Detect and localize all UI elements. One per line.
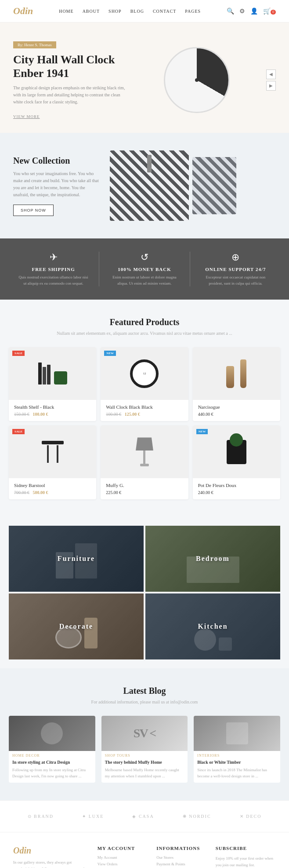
blog-card[interactable]: INTERIORS Black or White Timber Since it…: [194, 716, 280, 783]
partner-logo: ⊙ BRAND: [28, 814, 54, 819]
product-image: NEW 12: [101, 347, 188, 400]
price-only: 440.00 €: [198, 412, 213, 417]
blog-post-desc: Following up from my In store styling at…: [12, 767, 92, 779]
product-prices: 150.00 € 100.00 €: [14, 412, 91, 417]
blog-card[interactable]: HOME DECOR In store styling at Citra Des…: [9, 716, 95, 783]
product-name: Muffy G.: [106, 483, 183, 488]
product-card[interactable]: Muffy G. 225.00 €: [101, 425, 188, 499]
price-only: 240.00 €: [198, 490, 213, 495]
product-image: SALE: [9, 425, 96, 478]
user-icon[interactable]: 👤: [250, 7, 258, 15]
product-prices: 700.00 € 500.00 €: [14, 490, 91, 495]
footer-col-title: Informations: [156, 846, 206, 851]
search-icon[interactable]: 🔍: [227, 7, 234, 15]
partner-logo: ❋ NORDIC: [183, 814, 211, 819]
footer-link[interactable]: Payment & Points: [156, 862, 206, 866]
featured-products-section: Featured Products Nullam sit amet elemen…: [0, 300, 289, 517]
price-old: 100.00 €: [106, 412, 121, 417]
price-old: 150.00 €: [14, 412, 29, 417]
hero-image: [153, 45, 241, 115]
plane-icon: ✈: [18, 252, 89, 263]
nav-shop[interactable]: SHOP: [108, 9, 122, 14]
price-old: 700.00 €: [14, 490, 29, 495]
lamp-shape: [147, 155, 152, 172]
new-badge: NEW: [196, 429, 208, 434]
footer-logo: Odin: [13, 846, 89, 856]
book: [47, 365, 51, 385]
blog-post-desc: Melbourne based Muffy Home recently caug…: [105, 767, 184, 779]
footer-brand: Odin In our gallery stores, they always …: [13, 846, 89, 868]
feature-support: ⊕ ONLINE SUPPORT 24/7 Excepteur sint occ…: [200, 252, 271, 286]
footer-link[interactable]: Our Stores: [156, 855, 206, 860]
nc-images: [110, 150, 236, 221]
stool-legs: [47, 445, 58, 463]
nav-blog[interactable]: BLOG: [130, 9, 144, 14]
product-card[interactable]: Narcisogue 440.00 €: [193, 347, 280, 421]
nav-contact[interactable]: CONTACT: [153, 9, 176, 14]
blog-subtitle: For additional information, please mail …: [9, 699, 280, 705]
nc-side-image: [192, 157, 236, 214]
product-card[interactable]: SALE Stealth Shelf - Black 150.00 € 100.…: [9, 347, 96, 421]
category-decorate[interactable]: Decorate: [9, 593, 144, 659]
product-prices: 440.00 €: [198, 412, 275, 417]
cart-icon[interactable]: 🛒0: [263, 7, 276, 15]
refresh-icon: ↺: [109, 252, 180, 263]
product-name: Narcisogue: [198, 404, 275, 410]
nc-title: New Collection: [13, 156, 101, 166]
feature-shipping-title: FREE SHIPPING: [18, 267, 89, 272]
category-label: Kitchen: [198, 623, 228, 630]
hero-content: By: Henre S. Thomas City Hall Wall Clock…: [13, 40, 127, 120]
category-kitchen[interactable]: Kitchen: [145, 593, 280, 659]
blog-tag: INTERIORS: [197, 754, 277, 758]
partner-logo: ◈ CASA: [132, 814, 154, 819]
blog-post-title: Black or White Timber: [197, 759, 277, 765]
blog-tag: SHOP TOURS: [105, 754, 184, 758]
category-grid: Furniture Bedroom Decorate Kitchen: [0, 517, 289, 668]
kitchen-illustration: [194, 629, 232, 651]
product-info: Sidney Barstool 700.00 € 500.00 €: [9, 478, 96, 499]
main-nav: Odin HOME ABOUT SHOP BLOG CONTACT PAGES …: [0, 0, 289, 22]
product-card[interactable]: NEW Pot De Fleurs Doux 240.00 €: [193, 425, 280, 499]
prev-arrow[interactable]: ◀: [266, 70, 276, 79]
category-bedroom[interactable]: Bedroom: [145, 526, 280, 592]
hero-nav-arrows: ◀ ▶: [266, 70, 276, 91]
blog-card[interactable]: SV < SHOP TOURS The story behind Muffy H…: [101, 716, 188, 783]
plant-illustration: [227, 440, 246, 464]
product-card[interactable]: SALE Sidney Barstool 700.00 € 500.00 €: [9, 425, 96, 499]
footer-link[interactable]: My Account: [98, 855, 148, 860]
kitchen-item: [219, 637, 232, 651]
hero-description: The graphical design places emphasis on …: [13, 84, 127, 106]
vase-illustration: [224, 359, 248, 388]
feature-support-desc: Excepteur sint occaecat cupidatat non pr…: [200, 275, 271, 286]
product-info: Stealth Shelf - Black 150.00 € 100.00 €: [9, 400, 96, 421]
blog-thumb: [226, 722, 248, 744]
footer-col-title: My Account: [98, 846, 148, 851]
product-card[interactable]: NEW 12 Wall Clock Black Black 100.00 € 1…: [101, 347, 188, 421]
footer-information: Informations Our Stores Payment & Points…: [156, 846, 206, 868]
next-arrow[interactable]: ▶: [266, 81, 276, 91]
footer-link[interactable]: View Orders: [98, 862, 148, 866]
support-icon: ⊕: [200, 252, 271, 263]
plant-on-shelf: [54, 371, 67, 385]
nav-about[interactable]: ABOUT: [83, 9, 100, 14]
book: [43, 367, 46, 385]
latest-blog-section: Latest Blog For additional information, …: [0, 668, 289, 800]
product-prices: 100.00 € 125.00 €: [106, 412, 183, 417]
divider-2: [190, 252, 190, 286]
nav-home[interactable]: HOME: [59, 9, 73, 14]
shop-now-button[interactable]: SHOP NOW: [13, 205, 54, 216]
new-badge: NEW: [104, 351, 116, 356]
product-prices: 240.00 €: [198, 490, 275, 495]
feature-support-title: ONLINE SUPPORT 24/7: [200, 267, 271, 272]
category-label: Bedroom: [196, 555, 230, 563]
product-image: SALE: [9, 347, 96, 400]
price-new: 100.00 €: [33, 412, 48, 417]
category-furniture[interactable]: Furniture: [9, 526, 144, 592]
gear-icon[interactable]: ⚙: [239, 7, 245, 15]
logo[interactable]: Odin: [13, 5, 33, 17]
stool-leg: [47, 445, 49, 463]
nav-pages[interactable]: PAGES: [185, 9, 201, 14]
products-grid: SALE Stealth Shelf - Black 150.00 € 100.…: [9, 347, 280, 499]
hero-cta[interactable]: VIEW MORE: [13, 114, 40, 119]
clock-image: [164, 47, 230, 113]
